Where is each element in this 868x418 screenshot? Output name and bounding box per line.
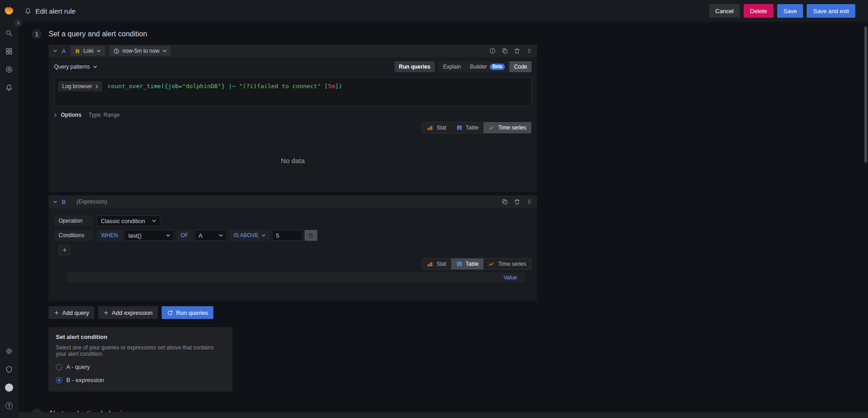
admin-shield-icon[interactable] — [5, 365, 13, 373]
plus-icon — [62, 248, 67, 253]
topbar-actions: Cancel Delete Save Save and exit — [709, 4, 855, 18]
explain-toggle[interactable]: Explain — [439, 61, 465, 72]
scrollbar-thumb[interactable] — [864, 26, 867, 163]
settings-gear-icon[interactable] — [5, 347, 13, 355]
loki-query-editor[interactable]: Log browser count_over_time({job="dolphi… — [54, 77, 532, 106]
expression-result-table: Value — [66, 273, 525, 296]
duplicate-query-icon[interactable] — [502, 48, 508, 54]
delete-query-icon[interactable] — [514, 48, 520, 54]
loki-query-text: count_over_time({job="dolphinDB"} |~ "(?… — [108, 81, 342, 90]
viz-table-toggle[interactable]: Table — [451, 259, 484, 269]
viz-timeseries-label: Time series — [498, 261, 526, 267]
viz-timeseries-toggle[interactable]: Time series — [483, 259, 531, 269]
no-data-message: No data — [54, 134, 532, 187]
comparator-select[interactable]: IS ABOVE — [229, 230, 270, 241]
operation-value: Classic condition — [101, 218, 145, 224]
search-icon[interactable] — [5, 29, 13, 37]
radio-unchecked-icon[interactable] — [56, 364, 62, 370]
query-actions-row: Add query Add expression Run queries — [49, 306, 861, 319]
loki-logo-icon — [74, 48, 80, 54]
viz-stat-toggle[interactable]: Stat — [422, 259, 451, 269]
duplicate-expression-icon[interactable] — [502, 199, 508, 205]
dashboards-icon[interactable] — [5, 47, 13, 55]
remove-condition-button[interactable] — [305, 230, 317, 241]
info-circle-icon[interactable] — [489, 48, 496, 54]
query-a-header: A Loki now-5m to now — [49, 45, 537, 57]
datasource-name: Loki — [84, 48, 94, 54]
add-condition-button[interactable] — [59, 244, 70, 255]
condition-option-b[interactable]: B - expression — [56, 377, 225, 383]
run-queries-toolbar-button[interactable]: Run queries — [395, 61, 435, 72]
reducer-function-value: last() — [128, 232, 142, 239]
time-range-picker[interactable]: now-5m to now — [109, 46, 171, 56]
table-body — [66, 283, 525, 296]
viz-table-toggle[interactable]: Table — [451, 122, 484, 133]
viz-table-label: Table — [466, 124, 479, 131]
grafana-logo-icon[interactable] — [4, 5, 15, 16]
expression-b-actions — [502, 199, 533, 205]
drag-handle-icon[interactable] — [526, 199, 533, 205]
run-queries-button[interactable]: Run queries — [162, 306, 213, 319]
viz-stat-label: Stat — [436, 261, 446, 267]
code-toggle[interactable]: Code — [509, 61, 532, 72]
threshold-input[interactable] — [272, 230, 303, 241]
table-icon — [456, 124, 463, 131]
step-1-number: 1 — [32, 29, 42, 39]
query-patterns-dropdown[interactable]: Query patterns — [54, 64, 97, 70]
editor-mode-group: Explain Builder Beta Code — [439, 61, 532, 72]
log-browser-label: Log browser — [62, 83, 92, 90]
collapse-query-a-icon[interactable] — [53, 50, 57, 52]
collapse-expression-b-icon[interactable] — [53, 200, 57, 203]
add-query-button[interactable]: Add query — [49, 306, 94, 319]
alert-rule-bell-icon — [25, 8, 31, 15]
operation-select[interactable]: Classic condition — [97, 215, 160, 226]
expression-b-panel: B (Expression) Operation Classic conditi… — [49, 195, 537, 301]
datasource-picker[interactable]: Loki — [70, 46, 105, 56]
query-a-ref: A — [62, 48, 66, 55]
builder-toggle[interactable]: Builder Beta — [465, 61, 509, 72]
stat-icon — [427, 124, 433, 131]
refresh-icon — [167, 310, 173, 316]
operation-label: Operation — [54, 215, 93, 226]
viz-timeseries-toggle[interactable]: Time series — [483, 122, 531, 133]
expression-b-viz-group: Stat Table Time series — [421, 258, 532, 270]
query-options-row[interactable]: Options Type: Range — [54, 111, 532, 119]
query-a-body: Query patterns Run queries Explain Build… — [49, 57, 537, 192]
query-token: "dolphinDB" — [182, 83, 221, 90]
time-range-value: now-5m to now — [123, 48, 159, 54]
page-scrollbar[interactable] — [863, 22, 868, 418]
radio-checked-icon[interactable] — [56, 377, 62, 383]
query-token: [ — [321, 83, 328, 90]
when-label: WHEN — [97, 230, 123, 241]
help-icon[interactable]: ? — [5, 402, 13, 410]
conditions-label: Conditions — [54, 230, 93, 241]
add-expression-button[interactable]: Add expression — [98, 306, 158, 319]
value-column-header[interactable]: Value — [503, 274, 517, 281]
profile-avatar[interactable] — [5, 383, 13, 392]
alerting-bell-icon[interactable] — [5, 84, 13, 92]
table-icon — [456, 261, 463, 267]
topbar: Edit alert rule Cancel Delete Save Save … — [0, 0, 868, 22]
step-1-header: 1 Set a query and alert condition — [32, 29, 861, 39]
alert-condition-description: Select one of your queries or expression… — [56, 344, 225, 357]
add-expression-label: Add expression — [112, 309, 153, 316]
delete-button[interactable]: Delete — [744, 4, 774, 18]
drag-handle-icon[interactable] — [526, 48, 533, 54]
main-content: 1 Set a query and alert condition A Loki… — [18, 22, 861, 418]
clock-icon — [113, 48, 119, 54]
viz-stat-toggle[interactable]: Stat — [422, 122, 451, 133]
add-query-label: Add query — [62, 309, 89, 316]
options-type: Type: Range — [89, 112, 119, 118]
delete-expression-icon[interactable] — [514, 199, 520, 205]
time-series-icon — [488, 124, 495, 131]
cancel-button[interactable]: Cancel — [709, 4, 740, 18]
sidebar-expand-button[interactable] — [14, 19, 22, 27]
save-button[interactable]: Save — [777, 4, 804, 18]
condition-option-a[interactable]: A - query — [56, 363, 225, 370]
query-ref-select[interactable]: A — [194, 230, 227, 241]
explore-compass-icon[interactable] — [5, 65, 13, 74]
log-browser-button[interactable]: Log browser — [58, 81, 102, 91]
save-and-exit-button[interactable]: Save and exit — [807, 4, 855, 18]
reducer-function-select[interactable]: last() — [124, 230, 174, 241]
expression-b-body: Operation Classic condition Conditions W… — [49, 208, 537, 301]
